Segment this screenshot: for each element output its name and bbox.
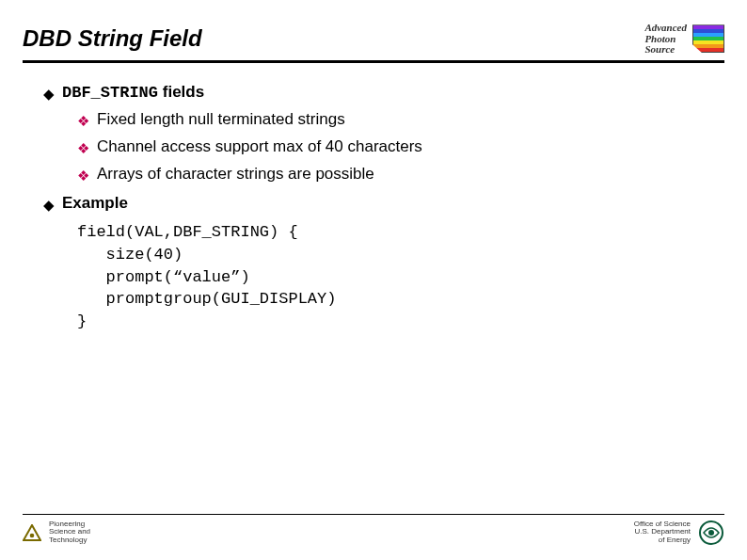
header: DBD String Field Advanced Photon Source xyxy=(23,23,724,56)
aps-logo-text: Advanced Photon Source xyxy=(644,23,687,56)
bullet-text: DBF_STRING fields xyxy=(62,81,204,106)
bullet-text: Channel access support max of 40 charact… xyxy=(97,136,422,161)
bullet-text: Arrays of character strings are possible xyxy=(97,163,374,188)
bullet-text: Fixed length null terminated strings xyxy=(97,108,345,134)
aps-logo-line1: Advanced xyxy=(644,23,687,34)
diamond-icon: ◆ xyxy=(43,192,55,217)
footer-left: Pioneering Science and Technology xyxy=(23,520,90,545)
bullet-level2: ❖ Arrays of character strings are possib… xyxy=(77,163,704,188)
svg-point-3 xyxy=(708,530,714,536)
triangle-icon xyxy=(23,524,41,541)
bullet-level2: ❖ Fixed length null terminated strings xyxy=(77,108,704,134)
code-block: field(VAL,DBF_STRING) { size(40) prompt(… xyxy=(77,221,704,333)
doe-seal-icon xyxy=(698,520,724,545)
footer-right-text: Office of Science U.S. Department of Ene… xyxy=(634,520,691,545)
clover-icon: ❖ xyxy=(77,163,89,188)
svg-point-1 xyxy=(30,533,35,537)
bullet-level2: ❖ Channel access support max of 40 chara… xyxy=(77,136,704,161)
rainbow-icon xyxy=(692,24,724,53)
header-rule xyxy=(23,60,724,63)
code-inline: DBF_STRING xyxy=(62,84,158,102)
aps-logo-line3: Source xyxy=(644,44,687,56)
clover-icon: ❖ xyxy=(77,136,89,161)
svg-marker-0 xyxy=(24,525,40,540)
bullet-text: Example xyxy=(62,192,128,217)
footer-right: Office of Science U.S. Department of Ene… xyxy=(634,520,724,545)
bullet-level1: ◆ DBF_STRING fields xyxy=(43,81,704,106)
footer-right-line3: of Energy xyxy=(634,536,691,545)
aps-logo: Advanced Photon Source xyxy=(644,23,724,56)
footer-left-line3: Technology xyxy=(49,536,90,545)
footer-left-text: Pioneering Science and Technology xyxy=(49,520,90,545)
bullet-suffix: fields xyxy=(158,83,204,101)
diamond-icon: ◆ xyxy=(43,81,55,106)
slide-title: DBD String Field xyxy=(23,25,202,52)
footer: Pioneering Science and Technology Office… xyxy=(23,514,724,545)
content-area: ◆ DBF_STRING fields ❖ Fixed length null … xyxy=(43,77,704,333)
clover-icon: ❖ xyxy=(77,108,89,134)
bullet-level1: ◆ Example xyxy=(43,192,704,217)
